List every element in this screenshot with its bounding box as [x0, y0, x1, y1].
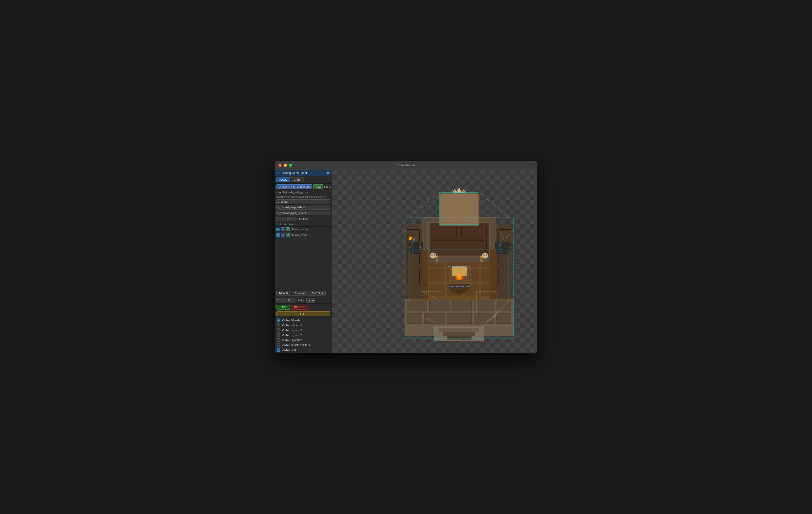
svg-rect-95	[443, 332, 475, 336]
asset-selector-row: church_inside_with_props New Name	[275, 184, 331, 190]
tab-graph[interactable]: Graph	[291, 177, 304, 182]
svg-rect-19	[430, 269, 444, 281]
maximize-button[interactable]	[289, 163, 292, 167]
origin-dropdown[interactable]: ▾	[306, 298, 315, 303]
svg-line-105	[410, 192, 439, 217]
vis-particles: Visible particle emitters?	[275, 342, 331, 347]
panel-close-button[interactable]: ✕	[327, 171, 329, 175]
svg-point-85	[431, 254, 433, 256]
new-button[interactable]: New	[313, 184, 323, 189]
s-window-light-select[interactable]: s_window_light_default	[277, 211, 330, 215]
church-inside-checkbox[interactable]: ✓	[277, 228, 280, 231]
svg-rect-4	[452, 301, 471, 311]
window-content: ▼ Building Constructor ✕ Assets Graph ch…	[275, 170, 537, 353]
vis-particles-checkbox[interactable]	[277, 343, 281, 347]
svg-rect-94	[439, 328, 479, 332]
vis-zquads: ✓ Visible ZQuads	[275, 318, 331, 323]
svg-rect-7	[407, 313, 422, 324]
title-bar: YoYo Runner	[275, 161, 537, 170]
auto-sort-button[interactable]: Auto Sort	[309, 291, 326, 296]
shift-y-input[interactable]	[287, 217, 297, 221]
side-panel: ▼ Building Constructor ✕ Assets Graph ch…	[275, 170, 332, 353]
window-title: YoYo Runner	[397, 163, 415, 167]
building-container: ☠	[397, 180, 521, 343]
vis-particles-label: Visible particle emitters?	[282, 343, 311, 346]
vis-squads: Visible SQuads?	[275, 333, 331, 338]
vis-squads-label: Visible SQuads?	[282, 334, 302, 337]
church-inside-name: church_inside	[291, 228, 308, 231]
origin-row: Origin ▾	[275, 297, 331, 304]
asset-name-row: church_inside_with_props	[275, 190, 331, 195]
svg-rect-96	[447, 336, 471, 339]
svg-point-87	[482, 252, 488, 259]
vis-squads-checkbox[interactable]	[277, 333, 281, 337]
check-mark-icon-2: ✓	[277, 234, 279, 236]
vis-lquads-label: Visible LQuads?	[282, 338, 302, 341]
svg-rect-3	[430, 301, 449, 311]
panel-header-title: ▼ Building Constructor	[277, 171, 307, 175]
church-props-a-button[interactable]: A	[281, 233, 285, 237]
check-mark-icon: ✓	[277, 228, 279, 231]
test-button[interactable]: TEST	[277, 311, 330, 316]
delete-button[interactable]: DELETE	[291, 305, 308, 310]
vis-bquads-checkbox[interactable]	[277, 328, 281, 332]
svg-point-89	[486, 254, 487, 256]
svg-rect-2	[407, 301, 427, 311]
church-props-checkbox[interactable]: ✓	[277, 233, 280, 237]
svg-point-86	[434, 254, 435, 256]
minimize-button[interactable]	[284, 163, 287, 167]
show-all-button[interactable]: Show All	[292, 291, 308, 296]
church-props-name: church_props	[291, 234, 307, 237]
panel-actions: Hide All Show All Auto Sort	[275, 290, 331, 297]
panel-tabs: Assets Graph	[275, 176, 331, 184]
building-svg: ☠	[397, 180, 521, 343]
asset-name-button[interactable]: church_inside_with_props	[277, 184, 312, 189]
name-label: Name	[324, 185, 331, 188]
svg-point-84	[430, 252, 436, 259]
origin-x-input[interactable]	[277, 298, 286, 302]
s-normal-map-select[interactable]: s_normal_map_default	[277, 205, 330, 210]
origin-y-input[interactable]	[287, 298, 296, 302]
vis-grid-checkbox[interactable]: ✓	[277, 348, 281, 352]
svg-rect-90	[439, 194, 479, 226]
church-inside-a-button[interactable]: A	[281, 228, 285, 231]
svg-rect-9	[447, 313, 471, 324]
canvas-area[interactable]: ☠	[332, 170, 537, 353]
collapse-arrow-icon[interactable]: ▼	[277, 172, 280, 175]
vis-hquads-checkbox[interactable]	[277, 324, 281, 327]
s-empty-select[interactable]: s_empty	[277, 200, 330, 204]
dropdown-s-empty: s_empty	[275, 199, 331, 205]
tab-assets[interactable]: Assets	[277, 177, 290, 182]
svg-rect-10	[474, 313, 494, 324]
hide-all-button[interactable]: Hide All	[277, 291, 291, 296]
vis-bquads: Visible BQuads?	[275, 328, 331, 333]
shift-row: Shift All	[275, 216, 331, 222]
church-inside-v-button[interactable]: V	[286, 228, 290, 231]
shift-all-label: Shift All	[299, 217, 308, 220]
svg-point-88	[483, 254, 485, 256]
svg-rect-74	[436, 257, 438, 262]
vis-grid-label: Visible Grid	[282, 349, 296, 352]
vis-grid: ✓ Visible Grid	[275, 347, 331, 353]
dropdown-s-normal: s_normal_map_default	[275, 205, 331, 210]
embedded-assets-label: Embedded Assets:	[275, 222, 331, 226]
close-button[interactable]	[279, 163, 282, 167]
panel-header: ▼ Building Constructor ✕	[275, 170, 331, 176]
church-props-v-button[interactable]: V	[286, 233, 290, 237]
dropdown-s-window: s_window_light_default	[275, 210, 331, 216]
vis-lquads-checkbox[interactable]	[277, 338, 281, 342]
shift-x-input[interactable]	[277, 217, 286, 221]
vis-zquads-label: Visible ZQuads	[282, 319, 300, 322]
embedded-asset-church-inside: ✓ A V church_inside	[275, 226, 331, 232]
svg-rect-11	[496, 313, 511, 324]
origin-label: Origin	[298, 299, 306, 302]
svg-rect-8	[425, 313, 444, 324]
visibility-section: ✓ Visible ZQuads Visible HQuads? Visible…	[275, 317, 331, 353]
vis-hquads: Visible HQuads?	[275, 323, 331, 328]
svg-rect-76	[480, 257, 483, 262]
svg-rect-24	[430, 284, 444, 296]
vis-zquads-checkbox[interactable]: ✓	[277, 319, 281, 322]
traffic-lights	[279, 163, 292, 167]
vis-hquads-label: Visible HQuads?	[282, 324, 302, 327]
save-button[interactable]: SAVE	[277, 305, 290, 310]
